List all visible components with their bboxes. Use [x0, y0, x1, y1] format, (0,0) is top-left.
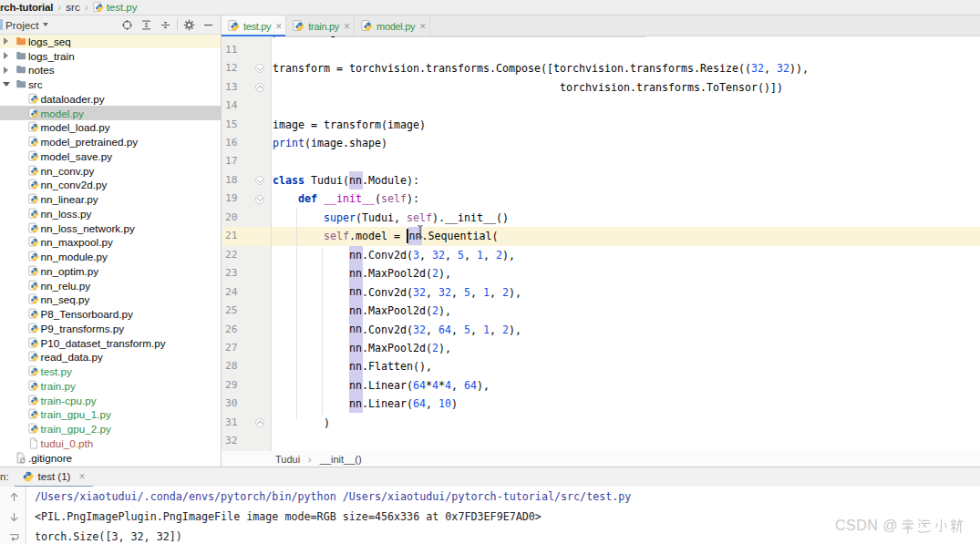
breadcrumb-class[interactable]: Tudui — [275, 454, 300, 465]
tree-row-nn-seq-py[interactable]: nn_seq.py — [0, 293, 221, 307]
code-token: image = transform(image) — [273, 118, 426, 131]
tree-row-notes[interactable]: notes — [0, 63, 221, 77]
code-token: 2 — [432, 267, 438, 280]
tree-row-p10-dataset-transform-py[interactable]: P10_dataset_transform.py — [0, 335, 221, 350]
editor-tab-train-py[interactable]: train.py× — [286, 15, 355, 36]
tree-label: nn_loss_network.py — [41, 222, 135, 234]
code-token: ), — [477, 379, 490, 392]
tree-row-nn-loss-network-py[interactable]: nn_loss_network.py — [0, 221, 221, 235]
fold-start-icon[interactable] — [255, 195, 264, 204]
python-file-icon — [28, 265, 39, 277]
code-token: ), — [438, 342, 451, 354]
soft-wrap-icon[interactable] — [8, 531, 20, 543]
tree-row-nn-conv-py[interactable]: nn_conv.py — [0, 163, 221, 178]
project-title[interactable]: Project — [5, 19, 38, 31]
tree-row-read-data-py[interactable]: read_data.py — [0, 350, 221, 364]
down-arrow-icon[interactable] — [8, 511, 20, 523]
code-token: 32 — [413, 286, 426, 299]
identifier-highlight: nn — [349, 357, 363, 375]
tree-row-model-load-py[interactable]: model_load.py — [0, 120, 221, 135]
code-token: 64 — [413, 379, 426, 392]
tree-row-train-gpu-2-py[interactable]: train_gpu_2.py — [0, 422, 221, 436]
tree-row-logs-train[interactable]: logs_train — [0, 48, 221, 63]
tree-row-tudui-0-pth[interactable]: tudui_0.pth — [0, 436, 221, 451]
tree-label: tudui_0.pth — [41, 437, 94, 449]
tree-label: test.py — [41, 365, 72, 377]
run-tab-test[interactable]: test (1) × — [17, 467, 91, 487]
code-token — [273, 360, 349, 373]
close-icon[interactable]: × — [344, 22, 350, 31]
python-file-icon — [28, 308, 39, 320]
python-file-icon — [28, 165, 39, 177]
fold-end-icon[interactable] — [255, 83, 264, 92]
tree-row-nn-linear-py[interactable]: nn_linear.py — [0, 192, 221, 207]
tree-row-p9-transforms-py[interactable]: P9_transforms.py — [0, 322, 221, 336]
collapse-all-button[interactable] — [156, 15, 175, 35]
line-number: 21 — [223, 227, 238, 245]
tree-label: P10_dataset_transform.py — [41, 337, 166, 349]
code-token — [273, 304, 349, 317]
settings-button[interactable] — [180, 15, 199, 35]
tree-row-nn-loss-py[interactable]: nn_loss.py — [0, 207, 221, 221]
code-token: .Flatten(), — [362, 360, 432, 373]
locate-button[interactable] — [118, 15, 137, 35]
chevron-down-icon[interactable] — [2, 77, 10, 92]
code-token: 2 — [496, 249, 502, 262]
tree-row-nn-maxpool-py[interactable]: nn_maxpool.py — [0, 235, 221, 250]
code-token: transform = torchvision.transforms.Compo… — [273, 62, 751, 75]
tree-row-train-py[interactable]: train.py — [0, 379, 221, 394]
code-token: ), — [438, 304, 451, 317]
chevron-right-icon[interactable] — [2, 35, 10, 49]
project-dropdown-icon[interactable] — [43, 23, 48, 26]
python-file-icon — [28, 93, 39, 105]
tree-row--gitignore[interactable]: .gitignore — [0, 450, 221, 465]
tree-row-nn-relu-py[interactable]: nn_relu.py — [0, 278, 221, 293]
code-token: ), — [438, 267, 451, 280]
code-token: 64 — [464, 379, 477, 392]
fold-end-icon[interactable] — [255, 418, 264, 427]
code-token: * — [426, 379, 432, 392]
expand-all-button[interactable] — [137, 15, 156, 35]
tree-row-nn-optim-py[interactable]: nn_optim.py — [0, 264, 221, 279]
tree-row-train-cpu-py[interactable]: train-cpu.py — [0, 393, 221, 407]
python-file-icon — [293, 20, 304, 32]
tree-row-train-gpu-1-py[interactable]: train_gpu_1.py — [0, 407, 221, 422]
tree-row-nn-conv2d-py[interactable]: nn_conv2d.py — [0, 178, 221, 192]
up-arrow-icon[interactable] — [8, 491, 20, 503]
tree-row-model-pretrained-py[interactable]: model_pretrained.py — [0, 135, 221, 149]
editor[interactable]: print(image)transform = torchvision.tran… — [222, 36, 980, 451]
nav-dir[interactable]: src — [66, 2, 79, 13]
run-console[interactable]: /Users/xiaotudui/.conda/envs/pytorch/bin… — [0, 487, 980, 544]
code-token: 1 — [483, 323, 490, 336]
code-token: 32 — [751, 62, 764, 75]
close-icon[interactable]: × — [78, 470, 85, 483]
code-token: ( — [375, 192, 381, 205]
nav-file[interactable]: test.py — [107, 2, 138, 13]
code-token: .Sequential( — [422, 230, 499, 242]
code-token: class — [273, 174, 304, 187]
python-file-icon — [28, 408, 39, 420]
tree-row-dataloader-py[interactable]: dataloader.py — [0, 92, 221, 107]
breadcrumb-method[interactable]: __init__() — [320, 454, 362, 465]
chevron-right-icon[interactable] — [2, 63, 10, 77]
close-icon[interactable]: × — [419, 22, 426, 31]
tree-row-model-save-py[interactable]: model_save.py — [0, 149, 221, 164]
hide-panel-button[interactable] — [199, 15, 218, 35]
chevron-right-icon[interactable] — [2, 48, 10, 63]
tree-row-model-py[interactable]: model.py — [0, 106, 221, 120]
editor-tab-test-py[interactable]: test.py× — [222, 15, 286, 36]
tree-row-src[interactable]: src — [0, 77, 221, 92]
python-file-icon — [28, 337, 39, 349]
tree-row-test-py[interactable]: test.py — [0, 364, 221, 379]
line-number: 28 — [223, 357, 238, 375]
editor-tab-model-py[interactable]: model.py× — [355, 15, 430, 36]
close-icon[interactable]: × — [275, 22, 282, 31]
tree-row-nn-module-py[interactable]: nn_module.py — [0, 250, 221, 264]
tree-row-p8-tensorboard-py[interactable]: P8_Tensorboard.py — [0, 307, 221, 322]
nav-project-name[interactable]: rch-tutorial — [0, 2, 53, 13]
locate-icon — [121, 19, 133, 31]
code-token: 2 — [432, 304, 438, 317]
tree-row-logs-seq[interactable]: logs_seq — [0, 35, 221, 49]
code-token: ), — [502, 249, 515, 262]
tab-label: train.py — [308, 21, 339, 32]
